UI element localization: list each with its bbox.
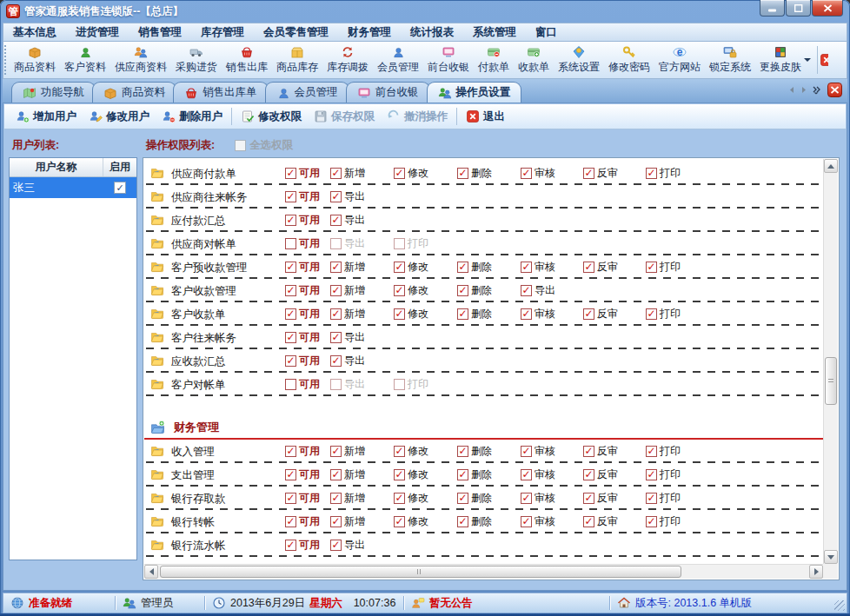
permission-checkbox-审核[interactable]: ✓审核 (521, 444, 555, 459)
permission-checkbox-反审[interactable]: ✓反审 (583, 444, 618, 459)
permission-checkbox-新增[interactable]: ✓新增 (330, 444, 365, 459)
toolbar-button-transfer[interactable]: 库存调拨 (322, 42, 373, 78)
menu-item-1[interactable]: 基本信息 (3, 23, 66, 42)
permission-checkbox-导出[interactable]: ✓导出 (521, 283, 555, 298)
permission-checkbox-删除[interactable]: ✓删除 (457, 467, 492, 482)
permission-checkbox-可用[interactable]: ✓可用 (285, 330, 320, 345)
action-button-user-edit[interactable]: 修改用户 (83, 108, 156, 126)
permission-checkbox-新增[interactable]: ✓新增 (330, 307, 365, 321)
vertical-scroll-thumb[interactable] (825, 357, 837, 405)
menu-item-8[interactable]: 系统管理 (463, 23, 526, 42)
resize-grip[interactable] (834, 600, 845, 611)
permission-checkbox-审核[interactable]: ✓审核 (521, 491, 555, 506)
permission-checkbox-审核[interactable]: ✓审核 (521, 166, 555, 181)
toolbar-grip[interactable] (4, 45, 9, 75)
tab-operator-active[interactable]: 操作员设置 (427, 82, 522, 103)
tab-overflow-icon[interactable] (813, 85, 822, 95)
toolbar-button-truck[interactable]: 采购进货 (171, 42, 222, 78)
menu-item-4[interactable]: 库存管理 (191, 23, 254, 42)
minimize-button[interactable] (760, 0, 785, 17)
permission-checkbox-打印[interactable]: ✓打印 (646, 260, 681, 275)
permission-checkbox-审核[interactable]: ✓审核 (521, 307, 555, 321)
toolbar-button-stock[interactable]: 商品库存 (272, 42, 322, 78)
permission-checkbox-打印[interactable]: ✓打印 (646, 467, 681, 482)
permission-checkbox-可用[interactable]: ✓可用 (285, 189, 320, 204)
action-button-exit[interactable]: 退出 (460, 108, 511, 126)
toolbar-button-skin[interactable]: 更换皮肤 (755, 42, 815, 78)
permission-checkbox-新增[interactable]: ✓新增 (330, 514, 365, 529)
tab-member[interactable]: 会员管理 (265, 82, 349, 103)
permission-checkbox-修改[interactable]: ✓修改 (394, 467, 428, 482)
permission-checkbox-可用[interactable]: ✓可用 (285, 514, 320, 529)
toolbar-button-lock[interactable]: 锁定系统 (705, 42, 755, 78)
toolbar-button-recv-card[interactable]: 收款单 (514, 42, 554, 78)
permission-checkbox-审核[interactable]: ✓审核 (521, 514, 555, 529)
tab-scroll-right-icon[interactable] (800, 86, 807, 94)
user-row[interactable]: 张三✓ (10, 177, 136, 198)
permission-checkbox-修改[interactable]: ✓修改 (394, 283, 428, 298)
scroll-left-button[interactable] (144, 565, 158, 579)
horizontal-scroll-thumb[interactable] (160, 566, 681, 578)
permission-checkbox-修改[interactable]: ✓修改 (394, 307, 428, 321)
permission-checkbox-修改[interactable]: ✓修改 (394, 166, 428, 181)
permission-checkbox-导出[interactable]: ✓导出 (330, 538, 365, 553)
permission-checkbox-审核[interactable]: ✓审核 (521, 260, 555, 275)
permission-checkbox-修改[interactable]: ✓修改 (394, 514, 428, 529)
menu-item-2[interactable]: 进货管理 (66, 23, 129, 42)
permission-checkbox-可用[interactable]: ✓可用 (285, 283, 320, 298)
permission-checkbox-反审[interactable]: ✓反审 (583, 491, 618, 506)
permission-checkbox-反审[interactable]: ✓反审 (583, 514, 618, 529)
horizontal-scrollbar[interactable] (144, 564, 823, 579)
permission-checkbox-删除[interactable]: ✓删除 (457, 444, 492, 459)
menu-item-7[interactable]: 统计报表 (401, 23, 463, 42)
permission-checkbox-反审[interactable]: ✓反审 (583, 467, 618, 482)
toolbar-button-basket[interactable]: 销售出库 (222, 42, 272, 78)
permission-checkbox-删除[interactable]: ✓删除 (457, 491, 492, 506)
action-button-user-del[interactable]: 删除用户 (156, 108, 229, 126)
menu-item-3[interactable]: 销售管理 (129, 23, 191, 42)
permission-checkbox-新增[interactable]: ✓新增 (330, 166, 365, 181)
maximize-button[interactable] (786, 0, 811, 17)
permission-checkbox-可用[interactable]: ✓可用 (285, 307, 320, 321)
permission-checkbox-可用[interactable]: 可用 (285, 236, 320, 251)
permission-checkbox-删除[interactable]: ✓删除 (457, 166, 492, 181)
permission-checkbox-可用[interactable]: ✓可用 (285, 538, 320, 553)
permission-checkbox-删除[interactable]: ✓删除 (457, 514, 492, 529)
tab-basket[interactable]: 销售出库单 (173, 82, 269, 103)
user-enabled-checkbox[interactable]: ✓ (114, 182, 126, 194)
permission-checkbox-导出[interactable]: ✓导出 (330, 189, 365, 204)
permission-checkbox-删除[interactable]: ✓删除 (457, 283, 492, 298)
permission-checkbox-删除[interactable]: ✓删除 (457, 307, 492, 321)
menu-item-6[interactable]: 财务管理 (338, 23, 401, 42)
toolbar-button-settings[interactable]: 系统设置 (554, 42, 604, 78)
permission-checkbox-打印[interactable]: ✓打印 (646, 514, 681, 529)
permission-checkbox-新增[interactable]: ✓新增 (330, 467, 365, 482)
permission-checkbox-反审[interactable]: ✓反审 (583, 307, 618, 321)
permission-checkbox-新增[interactable]: ✓新增 (330, 260, 365, 275)
toolbar-button-member[interactable]: 会员管理 (373, 42, 423, 78)
scroll-up-button[interactable] (824, 159, 838, 173)
toolbar-button-cashier[interactable]: 前台收银 (423, 42, 474, 78)
close-button[interactable] (812, 0, 843, 17)
permission-checkbox-打印[interactable]: ✓打印 (646, 444, 681, 459)
permission-checkbox-修改[interactable]: ✓修改 (394, 444, 428, 459)
tab-nav[interactable]: 功能导航 (11, 82, 96, 103)
permission-checkbox-可用[interactable]: ✓可用 (285, 444, 320, 459)
permission-checkbox-打印[interactable]: ✓打印 (646, 491, 681, 506)
toolbar-button-pay-card[interactable]: 付款单 (474, 42, 514, 78)
permission-checkbox-可用[interactable]: ✓可用 (285, 260, 320, 275)
menu-item-9[interactable]: 窗口 (526, 23, 567, 42)
toolbar-button-ie[interactable]: e官方网站 (654, 42, 705, 78)
permission-checkbox-可用[interactable]: ✓可用 (285, 491, 320, 506)
permission-checkbox-反审[interactable]: ✓反审 (583, 166, 618, 181)
scroll-right-button[interactable] (809, 565, 823, 579)
permission-checkbox-可用[interactable]: 可用 (285, 377, 320, 392)
permission-checkbox-导出[interactable]: ✓导出 (330, 330, 365, 345)
toolbar-button-supplier[interactable]: 供应商资料 (110, 42, 171, 78)
permission-checkbox-删除[interactable]: ✓删除 (457, 260, 492, 275)
permission-checkbox-可用[interactable]: ✓可用 (285, 166, 320, 181)
toolbar-button-key[interactable]: 修改密码 (604, 42, 654, 78)
permission-checkbox-可用[interactable]: ✓可用 (285, 354, 320, 368)
permission-checkbox-导出[interactable]: ✓导出 (330, 354, 365, 368)
permission-checkbox-修改[interactable]: ✓修改 (394, 260, 428, 275)
